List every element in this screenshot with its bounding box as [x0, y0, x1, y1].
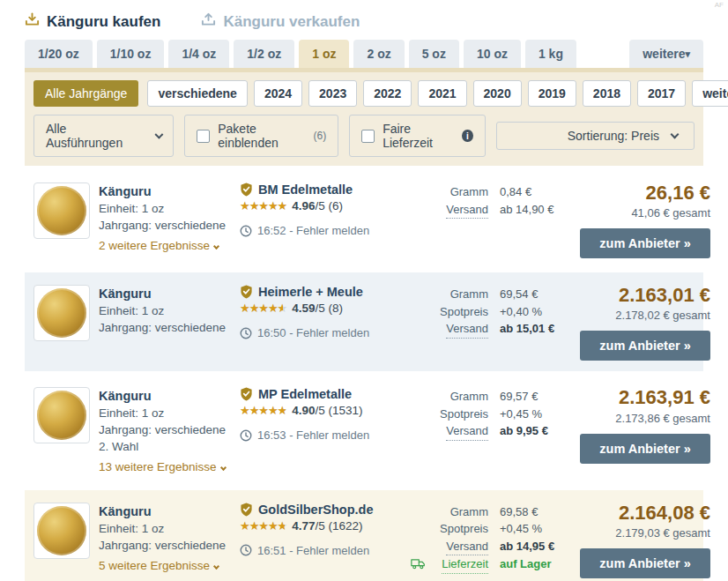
- year-2018-button[interactable]: 2018: [583, 80, 631, 107]
- lieferzeit-value: auf Lager: [500, 555, 552, 574]
- product-unit: Einheit: 1 oz: [99, 303, 233, 320]
- seller-name[interactable]: MP Edelmetalle: [240, 387, 407, 401]
- price-updated-meta[interactable]: 16:50 - Fehler melden: [240, 326, 407, 339]
- gold-coin: [37, 506, 86, 555]
- year-2019-button[interactable]: 2019: [528, 80, 576, 107]
- zum-anbieter-button[interactable]: zum Anbieter »: [580, 228, 710, 258]
- spotpreis-value: +0,40 %: [500, 303, 542, 321]
- more-results-link[interactable]: 2 weitere Ergebnisse: [99, 238, 219, 255]
- verified-shield-icon: [240, 285, 253, 299]
- size-tab-1-10oz[interactable]: 1/10 oz: [97, 40, 165, 68]
- size-tab-1-2oz[interactable]: 1/2 oz: [234, 40, 294, 68]
- listing-row: Känguru Einheit: 1 oz Jahrgang: verschie…: [25, 272, 703, 371]
- gramm-label: Gramm: [407, 388, 488, 406]
- product-year: Jahrgang: verschiedene: [99, 218, 233, 235]
- year-weitere-button[interactable]: weitere▾: [692, 80, 728, 107]
- product-title: Känguru: [99, 182, 233, 200]
- price-updated-meta[interactable]: 16:53 - Fehler melden: [240, 428, 407, 442]
- star-rating-icon: ★★★★★★★★★★: [240, 405, 286, 416]
- size-tab-1-20oz[interactable]: 1/20 oz: [25, 40, 93, 68]
- price-updated-meta[interactable]: 16:52 - Fehler melden: [240, 224, 407, 237]
- download-icon: [25, 12, 40, 31]
- gramm-value: 69,57 €: [500, 388, 538, 406]
- size-tab-2oz[interactable]: 2 oz: [353, 40, 404, 68]
- seller-info: Heimerle + Meule ★★★★★★★★★★ 4.59/5 (8) 1…: [240, 285, 407, 339]
- versand-value: ab 9,95 €: [500, 422, 548, 441]
- zum-anbieter-button[interactable]: zum Anbieter »: [580, 548, 710, 578]
- size-tab-10oz[interactable]: 10 oz: [464, 40, 521, 68]
- gramm-value: 69,58 €: [500, 503, 538, 521]
- info-icon[interactable]: i: [462, 130, 473, 142]
- spotpreis-value: +0,45 %: [500, 406, 542, 423]
- page: AF Känguru kaufen Känguru verkaufen: [0, 0, 728, 581]
- coin-image: [33, 182, 90, 239]
- versand-value: ab 14,90 €: [500, 201, 553, 220]
- faire-lieferzeit-checkbox[interactable]: [361, 130, 375, 143]
- listing-row: Känguru Einheit: 1 oz Jahrgang: verschie…: [25, 375, 703, 487]
- year-verschiedene-button[interactable]: verschiedene: [147, 80, 248, 107]
- star-rating-icon: ★★★★★★★★★★: [240, 302, 286, 314]
- seller-name[interactable]: BM Edelmetalle: [240, 182, 407, 197]
- zum-anbieter-button[interactable]: zum Anbieter »: [580, 434, 710, 464]
- tab-verkaufen-label: Känguru verkaufen: [223, 13, 360, 31]
- more-results-link[interactable]: 13 weitere Ergebnisse: [99, 459, 226, 476]
- total-price: 2.173,86 € gesamt: [580, 412, 710, 425]
- year-2020-button[interactable]: 2020: [473, 80, 522, 107]
- star-rating-icon: ★★★★★★★★★★: [240, 520, 286, 532]
- year-2023-button[interactable]: 2023: [308, 80, 357, 107]
- ausfuehrungen-dropdown[interactable]: Alle Ausführungen: [33, 115, 174, 157]
- gramm-label: Gramm: [407, 183, 488, 201]
- price-details: Gramm69,57 € Spotpreis+0,45 % Versandab …: [407, 387, 580, 441]
- size-tab-5oz[interactable]: 5 oz: [409, 40, 459, 68]
- seller-rating: ★★★★★★★★★★ 4.77/5 (1622): [240, 519, 407, 533]
- versand-label[interactable]: Versand: [407, 201, 488, 220]
- price-column: 26,16 € 41,06 € gesamt zum Anbieter »: [580, 182, 710, 258]
- product-unit: Einheit: 1 oz: [99, 201, 233, 218]
- clock-icon: [240, 327, 252, 339]
- year-2022-button[interactable]: 2022: [363, 80, 412, 107]
- price-updated-meta[interactable]: 16:51 - Fehler melden: [240, 544, 407, 557]
- year-all-button[interactable]: Alle Jahrgänge: [33, 80, 138, 107]
- tab-kaufen[interactable]: Känguru kaufen: [25, 12, 160, 31]
- zum-anbieter-button[interactable]: zum Anbieter »: [580, 331, 710, 361]
- more-results-link[interactable]: 5 weitere Ergebnisse: [99, 558, 219, 575]
- gramm-label: Gramm: [407, 503, 488, 521]
- seller-name[interactable]: GoldSilberShop.de: [240, 503, 407, 517]
- faire-lieferzeit-checkbox-box[interactable]: Faire Lieferzeit i: [349, 115, 486, 157]
- sort-dropdown[interactable]: Sortierung: Preis: [496, 122, 695, 150]
- product-info: Känguru Einheit: 1 oz Jahrgang: verschie…: [99, 285, 233, 336]
- tab-kaufen-label: Känguru kaufen: [47, 13, 160, 31]
- versand-label[interactable]: Versand: [407, 538, 488, 556]
- year-2017-button[interactable]: 2017: [637, 80, 686, 107]
- filter-area: Alle Jahrgänge verschiedene 2024 2023 20…: [25, 72, 703, 166]
- coin-image: [33, 387, 90, 443]
- versand-label[interactable]: Versand: [407, 320, 488, 339]
- seller-name[interactable]: Heimerle + Meule: [240, 285, 407, 299]
- product-note: 2. Wahl: [99, 439, 233, 456]
- size-tab-1kg[interactable]: 1 kg: [525, 40, 576, 68]
- product-info: Känguru Einheit: 1 oz Jahrgang: verschie…: [99, 387, 233, 476]
- size-tab-1-4oz[interactable]: 1/4 oz: [168, 40, 229, 68]
- product-title: Känguru: [99, 387, 233, 405]
- listing-row: Känguru Einheit: 1 oz Jahrgang: verschie…: [25, 490, 703, 581]
- total-price: 41,06 € gesamt: [580, 206, 710, 220]
- pakete-checkbox-box[interactable]: Pakete einblenden (6): [184, 115, 338, 157]
- year-2021-button[interactable]: 2021: [418, 80, 466, 107]
- main-price: 26,16 €: [580, 182, 710, 204]
- seller-rating: ★★★★★★★★★★ 4.96/5 (6): [240, 199, 407, 212]
- tab-verkaufen[interactable]: Känguru verkaufen: [201, 12, 360, 31]
- price-details: Gramm0,84 € Versandab 14,90 €: [407, 182, 580, 219]
- product-info: Känguru Einheit: 1 oz Jahrgang: verschie…: [99, 182, 233, 255]
- versand-label[interactable]: Versand: [407, 422, 488, 441]
- year-2024-button[interactable]: 2024: [254, 80, 302, 107]
- size-tab-1oz-active[interactable]: 1 oz: [299, 40, 349, 68]
- price-details: Gramm69,54 € Spotpreis+0,40 % Versandab …: [407, 285, 580, 339]
- pakete-checkbox[interactable]: [197, 130, 210, 143]
- product-unit: Einheit: 1 oz: [99, 521, 233, 538]
- clock-icon: [240, 429, 252, 442]
- option-filter-row: Alle Ausführungen Pakete einblenden (6) …: [25, 115, 703, 157]
- gramm-label: Gramm: [407, 286, 488, 303]
- chevron-down-icon: [220, 465, 227, 471]
- size-tab-weitere[interactable]: weitere▾: [629, 40, 703, 68]
- seller-info: GoldSilberShop.de ★★★★★★★★★★ 4.77/5 (162…: [240, 503, 407, 557]
